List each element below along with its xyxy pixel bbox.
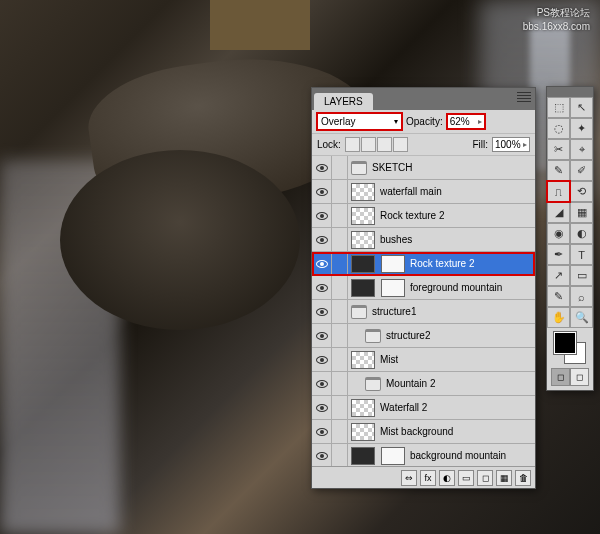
layer-row-rock-texture-2[interactable]: Rock texture 2 bbox=[312, 252, 535, 276]
visibility-toggle[interactable] bbox=[312, 396, 332, 420]
blend-mode-select[interactable]: Overlay bbox=[317, 113, 402, 130]
layer-row-background-mountain[interactable]: background mountain bbox=[312, 444, 535, 466]
standard-mode-button[interactable]: ◻ bbox=[551, 368, 570, 386]
toolbox[interactable]: ⬚↖◌✦✂⌖✎✐⎍⟲◢▦◉◐✒T↗▭✎⌕✋🔍 ◻ ◻ bbox=[546, 86, 594, 391]
layer-row-foreground-mountain[interactable]: foreground mountain bbox=[312, 276, 535, 300]
footer-button-6[interactable]: 🗑 bbox=[515, 470, 531, 486]
toolbox-header[interactable] bbox=[547, 87, 593, 97]
layers-list[interactable]: SKETCHwaterfall mainRock texture 2bushes… bbox=[312, 156, 535, 466]
layers-tab[interactable]: LAYERS bbox=[314, 93, 373, 110]
layer-row-sketch[interactable]: SKETCH bbox=[312, 156, 535, 180]
layer-row-waterfall-main[interactable]: waterfall main bbox=[312, 180, 535, 204]
move-tool[interactable]: ↖ bbox=[570, 97, 593, 118]
path-tool[interactable]: ↗ bbox=[547, 265, 570, 286]
foreground-background-colors[interactable] bbox=[554, 332, 586, 364]
link-cell[interactable] bbox=[332, 156, 348, 180]
link-cell[interactable] bbox=[332, 204, 348, 228]
blur-tool[interactable]: ◉ bbox=[547, 223, 570, 244]
visibility-toggle[interactable] bbox=[312, 324, 332, 348]
layer-thumbnail[interactable] bbox=[351, 255, 375, 273]
pen-tool[interactable]: ✒ bbox=[547, 244, 570, 265]
layer-row-structure2[interactable]: structure2 bbox=[312, 324, 535, 348]
layer-row-bushes[interactable]: bushes bbox=[312, 228, 535, 252]
layer-name[interactable]: foreground mountain bbox=[408, 282, 502, 293]
lock-position-icon[interactable] bbox=[377, 137, 392, 152]
visibility-toggle[interactable] bbox=[312, 252, 332, 276]
visibility-toggle[interactable] bbox=[312, 300, 332, 324]
layer-row-structure1[interactable]: structure1 bbox=[312, 300, 535, 324]
dodge-tool[interactable]: ◐ bbox=[570, 223, 593, 244]
zoom-tool[interactable]: 🔍 bbox=[570, 307, 593, 328]
link-cell[interactable] bbox=[332, 180, 348, 204]
lock-transparency-icon[interactable] bbox=[345, 137, 360, 152]
footer-button-5[interactable]: ▦ bbox=[496, 470, 512, 486]
visibility-toggle[interactable] bbox=[312, 276, 332, 300]
layer-row-rock-texture-2[interactable]: Rock texture 2 bbox=[312, 204, 535, 228]
lock-image-icon[interactable] bbox=[361, 137, 376, 152]
layer-thumbnail[interactable] bbox=[351, 231, 375, 249]
footer-button-1[interactable]: fx bbox=[420, 470, 436, 486]
layer-name[interactable]: structure1 bbox=[370, 306, 416, 317]
link-cell[interactable] bbox=[332, 348, 348, 372]
wand-tool[interactable]: ✦ bbox=[570, 118, 593, 139]
link-cell[interactable] bbox=[332, 228, 348, 252]
visibility-toggle[interactable] bbox=[312, 444, 332, 467]
lock-all-icon[interactable] bbox=[393, 137, 408, 152]
layer-mask-thumbnail[interactable] bbox=[381, 279, 405, 297]
layer-row-mist[interactable]: Mist bbox=[312, 348, 535, 372]
layer-name[interactable]: Mist background bbox=[378, 426, 453, 437]
gradient-tool[interactable]: ▦ bbox=[570, 202, 593, 223]
link-cell[interactable] bbox=[332, 300, 348, 324]
layer-row-mist-background[interactable]: Mist background bbox=[312, 420, 535, 444]
history-tool[interactable]: ⟲ bbox=[570, 181, 593, 202]
crop-tool[interactable]: ✂ bbox=[547, 139, 570, 160]
layer-thumbnail[interactable] bbox=[365, 329, 381, 343]
visibility-toggle[interactable] bbox=[312, 348, 332, 372]
layer-thumbnail[interactable] bbox=[351, 183, 375, 201]
layer-name[interactable]: SKETCH bbox=[370, 162, 413, 173]
visibility-toggle[interactable] bbox=[312, 228, 332, 252]
fill-input[interactable]: 100% bbox=[492, 137, 530, 152]
layer-thumbnail[interactable] bbox=[351, 447, 375, 465]
visibility-toggle[interactable] bbox=[312, 180, 332, 204]
layer-thumbnail[interactable] bbox=[351, 207, 375, 225]
link-cell[interactable] bbox=[332, 252, 348, 276]
panel-menu-icon[interactable] bbox=[517, 92, 531, 104]
layer-name[interactable]: waterfall main bbox=[378, 186, 442, 197]
layer-mask-thumbnail[interactable] bbox=[381, 447, 405, 465]
link-cell[interactable] bbox=[332, 324, 348, 348]
visibility-toggle[interactable] bbox=[312, 372, 332, 396]
layer-thumbnail[interactable] bbox=[351, 161, 367, 175]
visibility-toggle[interactable] bbox=[312, 204, 332, 228]
link-cell[interactable] bbox=[332, 420, 348, 444]
shape-tool[interactable]: ▭ bbox=[570, 265, 593, 286]
foreground-color[interactable] bbox=[554, 332, 576, 354]
layer-name[interactable]: Mist bbox=[378, 354, 398, 365]
eraser-tool[interactable]: ◢ bbox=[547, 202, 570, 223]
layer-name[interactable]: Mountain 2 bbox=[384, 378, 435, 389]
footer-button-2[interactable]: ◐ bbox=[439, 470, 455, 486]
layer-row-mountain-2[interactable]: Mountain 2 bbox=[312, 372, 535, 396]
type-tool[interactable]: T bbox=[570, 244, 593, 265]
layer-name[interactable]: Rock texture 2 bbox=[408, 258, 474, 269]
layer-thumbnail[interactable] bbox=[351, 351, 375, 369]
layer-name[interactable]: bushes bbox=[378, 234, 412, 245]
visibility-toggle[interactable] bbox=[312, 156, 332, 180]
layers-panel[interactable]: LAYERS Overlay Opacity: 62% Lock: Fill: … bbox=[311, 87, 536, 489]
layer-thumbnail[interactable] bbox=[351, 399, 375, 417]
layer-thumbnail[interactable] bbox=[365, 377, 381, 391]
opacity-input[interactable]: 62% bbox=[447, 114, 485, 129]
footer-button-0[interactable]: ⇔ bbox=[401, 470, 417, 486]
brush-tool[interactable]: ✐ bbox=[570, 160, 593, 181]
link-cell[interactable] bbox=[332, 372, 348, 396]
layer-thumbnail[interactable] bbox=[351, 305, 367, 319]
healing-tool[interactable]: ✎ bbox=[547, 160, 570, 181]
layer-name[interactable]: background mountain bbox=[408, 450, 506, 461]
slice-tool[interactable]: ⌖ bbox=[570, 139, 593, 160]
visibility-toggle[interactable] bbox=[312, 420, 332, 444]
eyedropper-tool[interactable]: ⌕ bbox=[570, 286, 593, 307]
layer-name[interactable]: Waterfall 2 bbox=[378, 402, 427, 413]
notes-tool[interactable]: ✎ bbox=[547, 286, 570, 307]
layer-row-waterfall-2[interactable]: Waterfall 2 bbox=[312, 396, 535, 420]
footer-button-3[interactable]: ▭ bbox=[458, 470, 474, 486]
